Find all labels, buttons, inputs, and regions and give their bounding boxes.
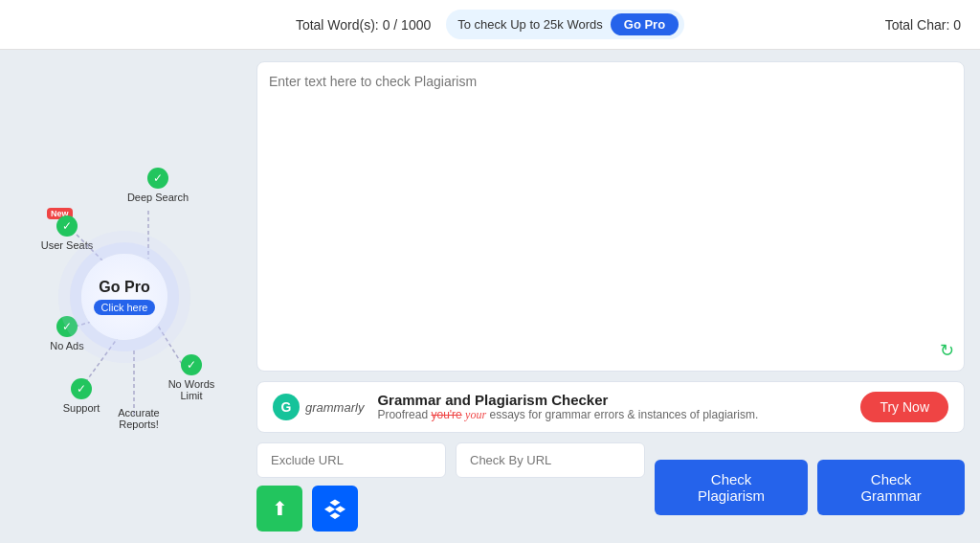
exclude-url-input[interactable] [256, 442, 446, 478]
accurate-label: Accurate Reports! [105, 407, 172, 430]
main-content: Go Pro Click here New ✓ Deep Search ✓ Us… [0, 50, 980, 543]
left-panel: Go Pro Click here New ✓ Deep Search ✓ Us… [0, 50, 249, 543]
cursive-text: your [465, 408, 486, 421]
feature-deep-search: ✓ Deep Search [124, 168, 191, 203]
grammarly-banner: G grammarly Grammar and Plagiarism Check… [256, 381, 965, 433]
no-ads-label: No Ads [50, 340, 83, 351]
grammarly-logo: G grammarly [273, 394, 364, 420]
click-here-label[interactable]: Click here [94, 300, 156, 315]
icon-buttons-row: ⬆ [256, 486, 645, 532]
plagiarism-input[interactable] [269, 74, 952, 359]
strikethrough-text: you're [431, 408, 461, 421]
total-char: Total Char: 0 [885, 17, 961, 33]
feature-user-seats: ✓ User Seats [33, 215, 100, 251]
center-circle[interactable]: Go Pro Click here [81, 254, 167, 340]
grammarly-brand-name: grammarly [305, 400, 364, 415]
feature-no-words: ✓ No Words Limit [158, 354, 225, 401]
support-label: Support [63, 402, 100, 414]
grammarly-sub: Proofread you're your essays for grammar… [377, 408, 847, 422]
dropbox-icon [324, 498, 345, 519]
deep-search-label: Deep Search [127, 192, 189, 203]
no-ads-icon: ✓ [56, 316, 78, 337]
no-words-label: No Words Limit [158, 378, 225, 401]
refresh-icon[interactable]: ↻ [940, 340, 954, 361]
dropbox-button[interactable] [312, 486, 358, 532]
sub-before: Proofread [377, 408, 431, 421]
grammarly-g-icon: G [273, 394, 300, 420]
upload-button[interactable]: ⬆ [256, 486, 302, 532]
url-inputs [256, 442, 645, 478]
word-count: Total Word(s): 0 / 1000 [296, 17, 431, 33]
upgrade-text: To check Up to 25k Words [457, 17, 603, 32]
sub-after: essays for grammar errors & instances of… [489, 408, 758, 421]
center-title: Go Pro [99, 279, 149, 296]
grammarly-text: Grammar and Plagiarism Checker Proofread… [377, 392, 847, 422]
pro-diagram: Go Pro Click here New ✓ Deep Search ✓ Us… [24, 158, 225, 436]
go-pro-button[interactable]: Go Pro [611, 13, 679, 35]
bottom-left: ⬆ [256, 442, 645, 532]
deep-search-icon: ✓ [147, 168, 168, 189]
right-panel: ↻ G grammarly Grammar and Plagiarism Che… [249, 50, 980, 543]
check-grammar-button[interactable]: Check Grammar [817, 460, 965, 515]
no-words-icon: ✓ [181, 354, 202, 375]
support-icon: ✓ [71, 378, 92, 399]
check-by-url-input[interactable] [456, 442, 645, 478]
try-now-button[interactable]: Try Now [860, 392, 948, 422]
grammarly-title: Grammar and Plagiarism Checker [377, 392, 847, 408]
upgrade-banner: To check Up to 25k Words Go Pro [446, 10, 684, 39]
check-plagiarism-button[interactable]: Check Plagiarism [655, 460, 808, 515]
bottom-controls: ⬆ Check Plagiarism Check Grammar [256, 442, 965, 532]
user-seats-label: User Seats [41, 239, 93, 251]
feature-accurate: Accurate Reports! [105, 407, 172, 430]
top-bar: Total Word(s): 0 / 1000 To check Up to 2… [0, 0, 980, 50]
text-area-wrapper: ↻ [256, 61, 965, 372]
user-seats-icon: ✓ [56, 215, 78, 237]
bottom-right: Check Plagiarism Check Grammar [655, 460, 965, 515]
